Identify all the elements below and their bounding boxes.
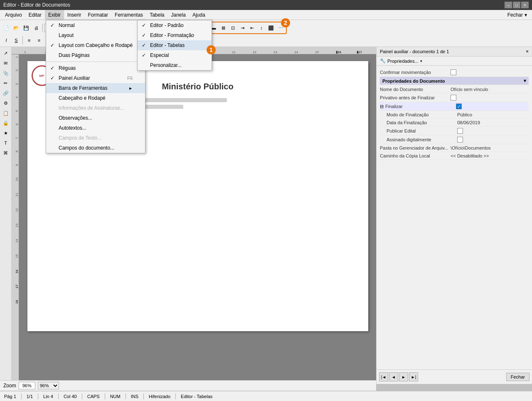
lt-btn7[interactable]: 📋 bbox=[1, 108, 10, 118]
status-sep5 bbox=[105, 394, 105, 399]
menu-janela[interactable]: Janela bbox=[168, 10, 189, 20]
publicar-label: Publicar Edital bbox=[387, 128, 457, 133]
lt-btn2[interactable]: ✉ bbox=[1, 59, 10, 68]
section-title-text: Propriedades do Documento bbox=[382, 79, 445, 84]
panel-header-text: Painel auxiliar - documento 1 de 1 bbox=[380, 49, 449, 54]
right-panel-fechar-btn[interactable]: Fechar bbox=[506, 373, 530, 381]
pasta-row: Pasta no Gerenciador de Arquiv... \Ofíci… bbox=[380, 144, 529, 152]
status-editor: Editor - Tabelas bbox=[179, 394, 214, 399]
new-btn[interactable]: 📄 bbox=[2, 23, 11, 32]
chevron-down-icon: ▾ bbox=[525, 12, 527, 18]
editor-formatacao-check-icon: ✓ bbox=[142, 32, 146, 38]
nav-last-btn[interactable]: ►| bbox=[409, 372, 418, 381]
align-center-btn[interactable]: ≡ bbox=[34, 36, 44, 45]
menu-layout[interactable]: Layout bbox=[46, 30, 145, 40]
properties-dropdown-icon[interactable]: ▾ bbox=[420, 59, 422, 63]
submenu-editor-formatacao[interactable]: ✓ Editor - Formatação bbox=[138, 30, 212, 40]
table-btn12[interactable]: ⬛ bbox=[266, 23, 276, 32]
nav-next-btn[interactable]: ► bbox=[399, 372, 408, 381]
menu-campos-texto: Campos de Texto... bbox=[46, 133, 145, 143]
menu-editar[interactable]: Editar bbox=[25, 10, 45, 20]
menu-autotextos[interactable]: Autotextos... bbox=[46, 123, 145, 133]
nav-first-btn[interactable]: |◄ bbox=[379, 372, 388, 381]
zoom-label: Zoom bbox=[3, 383, 16, 389]
properties-section: Confirmar movimentação Propriedades do D… bbox=[377, 66, 532, 162]
lt-btn11[interactable]: ⌘ bbox=[1, 148, 10, 157]
panel-close-btn[interactable]: × bbox=[526, 49, 529, 54]
zoom-bar-input[interactable] bbox=[19, 382, 35, 389]
menu-normal[interactable]: ✓ Normal bbox=[46, 20, 145, 30]
nav-buttons: |◄ ◄ ► ►| bbox=[379, 372, 418, 381]
table-btn8[interactable]: ⊡ bbox=[228, 23, 237, 32]
confirmar-label: Confirmar movimentação bbox=[380, 70, 451, 75]
align-left-btn[interactable]: ≡ bbox=[25, 36, 34, 45]
menu-layout-cabecalho[interactable]: ✓ Layout com Cabeçalho e Rodapé bbox=[46, 40, 145, 50]
lt-btn10[interactable]: T bbox=[1, 138, 10, 148]
menu-exibir[interactable]: Exibir bbox=[45, 10, 64, 20]
privativo-row: Privativo antes de Finalizar bbox=[380, 93, 529, 102]
exibir-dropdown-menu: ✓ Normal Layout ✓ Layout com Cabeçalho e… bbox=[46, 20, 145, 153]
privativo-label: Privativo antes de Finalizar bbox=[380, 95, 451, 100]
menu-barra-ferramentas[interactable]: Barra de Ferramentas ► bbox=[46, 83, 145, 93]
menu-observacoes[interactable]: Observações... bbox=[46, 113, 145, 123]
zoom-bar-select[interactable]: 96% 75% 100% 150% bbox=[38, 382, 59, 389]
save-btn[interactable]: 💾 bbox=[22, 23, 31, 32]
publicar-edital-row: Publicar Edital bbox=[380, 127, 529, 135]
fmt-sep1 bbox=[22, 36, 23, 44]
fechar-menu-btn[interactable]: Fechar ▾ bbox=[504, 11, 530, 19]
open-btn[interactable]: 📂 bbox=[12, 23, 21, 32]
section-collapse-icon[interactable]: ▾ bbox=[524, 78, 526, 84]
publicar-checkbox[interactable] bbox=[457, 128, 463, 134]
privativo-checkbox[interactable] bbox=[451, 95, 456, 101]
submenu-editor-tabelas[interactable]: ✓ Editor - Tabelas 1 bbox=[138, 40, 212, 50]
minimize-btn[interactable]: – bbox=[505, 2, 512, 8]
finalizar-checkbox[interactable]: ✓ bbox=[456, 103, 462, 109]
status-col: Col 40 bbox=[62, 394, 79, 399]
submenu-personalizar[interactable]: Personalizar... bbox=[138, 60, 212, 70]
titlebar-title: Editor - Editor de Documentos bbox=[3, 2, 70, 8]
menu-painel-auxiliar[interactable]: ✓ Painel Auxiliar F6 bbox=[46, 73, 145, 83]
menu-ferramentas[interactable]: Ferramentas bbox=[111, 10, 146, 20]
menu-formatar[interactable]: Formatar bbox=[84, 10, 111, 20]
menu-ajuda[interactable]: Ajuda bbox=[189, 10, 209, 20]
painel-shortcut: F6 bbox=[127, 76, 133, 81]
lt-btn1[interactable]: ↗ bbox=[1, 49, 10, 58]
menu-reguas[interactable]: ✓ Réguas bbox=[46, 63, 145, 73]
properties-label[interactable]: Propriedades... bbox=[387, 59, 419, 64]
caminho-row: Caminho da Cópia Local << Desabilitado >… bbox=[380, 152, 529, 160]
table-btn7[interactable]: ⊠ bbox=[219, 23, 228, 32]
menu-arquivo[interactable]: Arquivo bbox=[2, 10, 25, 20]
menu-inserir[interactable]: Inserir bbox=[64, 10, 84, 20]
status-lin: Lin 4 bbox=[42, 394, 55, 399]
lt-btn5[interactable]: 🔗 bbox=[1, 89, 10, 98]
lt-btn4[interactable]: ✏ bbox=[1, 79, 10, 88]
italic-btn[interactable]: I bbox=[2, 36, 11, 45]
status-sep8 bbox=[175, 394, 176, 399]
maximize-btn[interactable]: □ bbox=[513, 2, 520, 8]
print-btn[interactable]: 🖨 bbox=[32, 23, 41, 32]
nav-prev-btn[interactable]: ◄ bbox=[389, 372, 398, 381]
status-ins: INS bbox=[129, 394, 140, 399]
close-btn[interactable]: × bbox=[521, 2, 529, 8]
menu-cabecalho-rodape[interactable]: Cabeçalho e Rodapé bbox=[46, 93, 145, 103]
lt-btn3[interactable]: 📎 bbox=[1, 69, 10, 78]
menu-duas-paginas[interactable]: Duas Páginas bbox=[46, 50, 145, 60]
table-btn11[interactable]: ↕ bbox=[257, 23, 266, 32]
assinado-checkbox[interactable] bbox=[457, 137, 463, 143]
table-btn10[interactable]: ⇤ bbox=[247, 23, 256, 32]
barra-arrow-icon: ► bbox=[128, 86, 133, 91]
underline-btn[interactable]: S bbox=[12, 36, 21, 45]
submenu-editor-padrao[interactable]: ✓ Editor - Padrão bbox=[138, 20, 212, 30]
finalizar-row: ⊟ Finalizar ✓ bbox=[380, 102, 529, 111]
status-hifenizado: Hifenizado bbox=[147, 394, 172, 399]
lt-btn8[interactable]: 🔒 bbox=[1, 118, 10, 128]
table-btn9[interactable]: ⇥ bbox=[238, 23, 247, 32]
lt-btn6[interactable]: ⚙ bbox=[1, 98, 10, 108]
finalizar-toggle-icon: ⊟ bbox=[380, 104, 384, 109]
menu-tabela[interactable]: Tabela bbox=[146, 10, 167, 20]
lt-btn9[interactable]: ★ bbox=[1, 128, 10, 138]
submenu-especial[interactable]: ✓ Especial bbox=[138, 50, 212, 60]
right-panel: Painel auxiliar - documento 1 de 1 × 🔧 P… bbox=[376, 47, 532, 384]
menu-campos-documento[interactable]: Campos do documento... bbox=[46, 143, 145, 153]
confirmar-checkbox[interactable] bbox=[451, 69, 456, 75]
